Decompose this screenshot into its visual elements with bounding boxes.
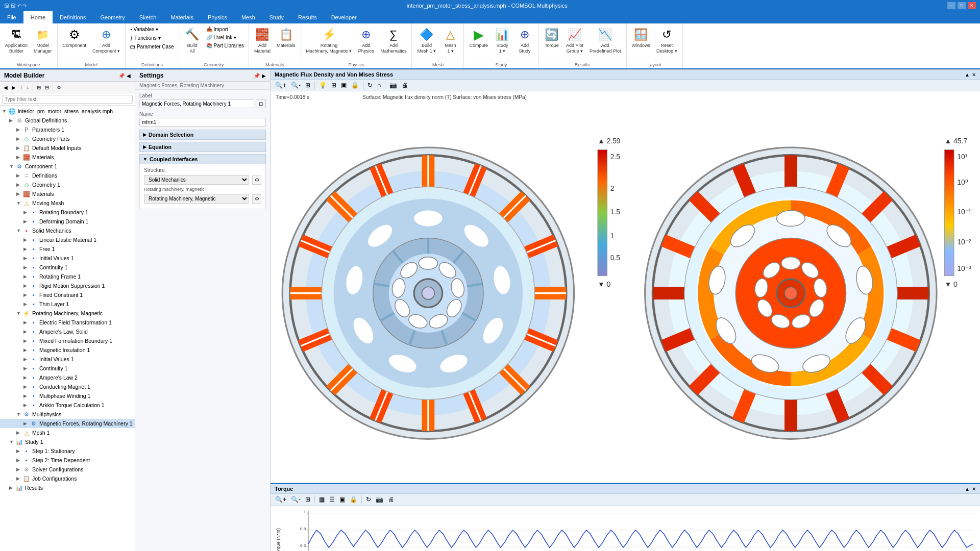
component-button[interactable]: ⚙ Component bbox=[61, 26, 89, 49]
lock-btn[interactable]: 🔒 bbox=[350, 81, 360, 90]
sp-pin-button[interactable]: 📌 bbox=[254, 73, 260, 79]
tree-item-solid-mechanics[interactable]: ▼▪Solid Mechanics bbox=[0, 226, 135, 235]
tree-item-magnetic-insulation1[interactable]: ▶▪Magnetic Insulation 1 bbox=[0, 345, 135, 355]
scene-light-btn[interactable]: 💡 bbox=[317, 81, 328, 90]
tab-developer[interactable]: Developer bbox=[324, 11, 364, 23]
tree-item-root-file[interactable]: ▼🌐interior_pm_motor_stress_analysis.mph bbox=[0, 107, 135, 116]
sp-label-action[interactable]: ⊡ bbox=[256, 99, 266, 108]
tree-toggle[interactable]: ▶ bbox=[23, 219, 30, 224]
tree-toggle[interactable]: ▼ bbox=[2, 109, 8, 114]
functions-button[interactable]: ƒ Functions ▾ bbox=[129, 34, 162, 42]
tree-toggle[interactable]: ▶ bbox=[23, 421, 30, 426]
tab-results[interactable]: Results bbox=[291, 11, 324, 23]
part-libraries-button[interactable]: 📚 Part Libraries bbox=[205, 42, 246, 49]
tree-item-params1[interactable]: ▶PParameters 1 bbox=[0, 125, 135, 134]
tree-toggle[interactable]: ▶ bbox=[23, 384, 30, 389]
tree-toggle[interactable]: ▼ bbox=[16, 412, 22, 417]
tree-toggle[interactable]: ▶ bbox=[23, 246, 30, 252]
tree-item-global-defs[interactable]: ▶⚙Global Definitions bbox=[0, 116, 135, 125]
tree-toggle[interactable]: ▶ bbox=[16, 458, 22, 463]
tree-toggle[interactable]: ▶ bbox=[23, 265, 30, 270]
torque-grid-btn[interactable]: ▣ bbox=[338, 495, 347, 504]
torque-print-btn[interactable]: 🖨 bbox=[386, 495, 396, 504]
mb-down-button[interactable]: ↓ bbox=[25, 84, 31, 91]
tree-toggle[interactable]: ▶ bbox=[23, 366, 30, 371]
tree-item-mesh1[interactable]: ▶△Mesh 1 bbox=[0, 428, 135, 437]
tree-toggle[interactable]: ▶ bbox=[23, 357, 30, 362]
torque-zoom-ext[interactable]: ⊞ bbox=[304, 495, 312, 504]
mb-collapse-tree-button[interactable]: ⊟ bbox=[43, 84, 51, 91]
tree-item-job-configs[interactable]: ▶📋Job Configurations bbox=[0, 474, 135, 483]
tree-toggle[interactable]: ▶ bbox=[23, 338, 30, 343]
tree-item-linear-elastic1[interactable]: ▶▪Linear Elastic Material 1 bbox=[0, 235, 135, 244]
tree-item-continuity1[interactable]: ▶▪Continuity 1 bbox=[0, 263, 135, 272]
tab-materials[interactable]: Materials bbox=[163, 11, 201, 23]
torque-camera-btn[interactable]: 📷 bbox=[374, 495, 385, 504]
add-mathematics-button[interactable]: ∑ AddMathematics bbox=[378, 26, 408, 55]
tab-physics[interactable]: Physics bbox=[201, 11, 234, 23]
tree-item-mag-forces-rot-mach[interactable]: ▶⚙Magnetic Forces, Rotating Machinery 1 bbox=[0, 419, 135, 428]
tab-sketch[interactable]: Sketch bbox=[132, 11, 164, 23]
tree-toggle[interactable]: ▶ bbox=[9, 118, 15, 123]
build-all-button[interactable]: 🔨 BuildAll bbox=[182, 26, 203, 55]
tab-geometry[interactable]: Geometry bbox=[93, 11, 132, 23]
tree-toggle[interactable]: ▶ bbox=[16, 191, 22, 196]
camera-btn[interactable]: 📷 bbox=[388, 81, 399, 90]
tree-item-rigid-motion1[interactable]: ▶▪Rigid Motion Suppression 1 bbox=[0, 281, 135, 290]
tree-toggle[interactable]: ▶ bbox=[16, 476, 22, 481]
mb-forward-button[interactable]: ▶ bbox=[10, 84, 17, 91]
tab-study[interactable]: Study bbox=[262, 11, 291, 23]
tree-toggle[interactable]: ▶ bbox=[23, 210, 30, 215]
tree-toggle[interactable]: ▶ bbox=[16, 430, 22, 435]
tree-toggle[interactable]: ▶ bbox=[16, 173, 22, 178]
tree-item-definitions[interactable]: ▶=Definitions bbox=[0, 171, 135, 180]
rotate-btn[interactable]: ↻ bbox=[366, 81, 374, 90]
sp-name-input[interactable] bbox=[139, 118, 266, 127]
tree-item-solver-configs[interactable]: ▶⚙Solver Configurations bbox=[0, 465, 135, 474]
print-btn[interactable]: 🖨 bbox=[400, 81, 409, 90]
torque-expand-btn[interactable]: ▲ bbox=[965, 486, 970, 492]
tree-item-initial-values2[interactable]: ▶▪Initial Values 1 bbox=[0, 355, 135, 364]
app-builder-button[interactable]: 🏗 ApplicationBuilder bbox=[3, 26, 30, 55]
tree-item-rotating-boundary1[interactable]: ▶▪Rotating Boundary 1 bbox=[0, 208, 135, 217]
tree-item-step-stationary[interactable]: ▶▪Step 1: Stationary bbox=[0, 446, 135, 456]
livelink-button[interactable]: 🔗 LiveLink ▾ bbox=[205, 34, 246, 41]
study1-button[interactable]: 📊 Study1 ▾ bbox=[492, 26, 512, 55]
zoom-extents-btn[interactable]: ⊞ bbox=[304, 81, 312, 90]
torque-list-btn[interactable]: ☰ bbox=[328, 495, 336, 504]
tree-item-rot-mach-mag[interactable]: ▼⚡Rotating Machinery, Magnetic bbox=[0, 309, 135, 318]
tree-item-geom-parts[interactable]: ▶◇Geometry Parts bbox=[0, 134, 135, 143]
mb-expand-button[interactable]: ⊞ bbox=[35, 84, 42, 91]
tree-toggle[interactable]: ▶ bbox=[23, 329, 30, 334]
tree-item-continuity2[interactable]: ▶▪Continuity 1 bbox=[0, 364, 135, 373]
build-mesh-button[interactable]: 🔷 BuildMesh 1 ▾ bbox=[415, 26, 438, 55]
torque-lock-btn[interactable]: 🔒 bbox=[348, 495, 359, 504]
reset-desktop-button[interactable]: ↺ ResetDesktop ▾ bbox=[654, 26, 679, 55]
tree-toggle[interactable]: ▶ bbox=[16, 155, 22, 160]
tree-item-conducting-magnet1[interactable]: ▶▪Conducting Magnet 1 bbox=[0, 382, 135, 391]
tree-toggle[interactable]: ▶ bbox=[23, 256, 30, 261]
tree-item-study1[interactable]: ▼📊Study 1 bbox=[0, 437, 135, 446]
reset-view-btn[interactable]: ⌂ bbox=[376, 81, 382, 90]
torque-close-btn[interactable]: ✕ bbox=[972, 486, 976, 492]
tree-toggle[interactable]: ▶ bbox=[23, 320, 30, 325]
mb-collapse-button[interactable]: ◀ bbox=[127, 73, 131, 79]
mb-settings-button[interactable]: ⚙ bbox=[55, 84, 63, 91]
tree-toggle[interactable]: ▶ bbox=[23, 237, 30, 242]
sp-equation-header[interactable]: Equation bbox=[139, 142, 266, 152]
tree-toggle[interactable]: ▼ bbox=[9, 164, 15, 169]
sp-label-input[interactable] bbox=[139, 99, 254, 108]
mesh-btn[interactable]: △ Mesh1 ▾ bbox=[440, 26, 460, 55]
tree-item-moving-mesh[interactable]: ▼△Moving Mesh bbox=[0, 198, 135, 208]
tree-item-default-model-inputs[interactable]: ▶📋Default Model Inputs bbox=[0, 143, 135, 153]
tree-item-materials-global[interactable]: ▶🧱Materials bbox=[0, 153, 135, 162]
tree-toggle[interactable]: ▶ bbox=[16, 127, 22, 132]
sp-coupled-header[interactable]: Coupled Interfaces bbox=[139, 154, 266, 164]
torque-zoom-out[interactable]: 🔍- bbox=[289, 495, 302, 504]
add-physics-button[interactable]: ⊕ AddPhysics bbox=[356, 26, 376, 55]
tree-item-free1[interactable]: ▶▪Free 1 bbox=[0, 244, 135, 254]
rotating-machinery-button[interactable]: ⚡ RotatingMachinery, Magnetic ▾ bbox=[304, 26, 354, 55]
maximize-button[interactable]: □ bbox=[958, 2, 966, 9]
tree-item-electric-field1[interactable]: ▶▪Electric Field Transformation 1 bbox=[0, 318, 135, 327]
tree-toggle[interactable]: ▶ bbox=[23, 283, 30, 288]
